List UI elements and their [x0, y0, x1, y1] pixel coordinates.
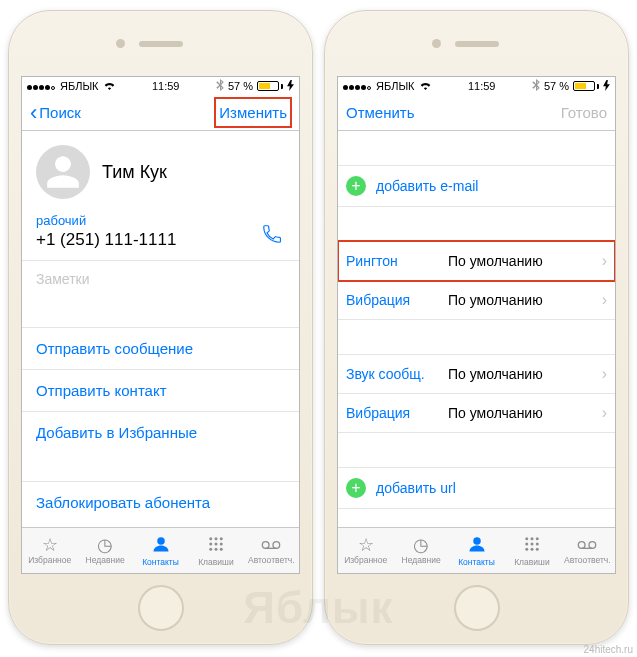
notes-placeholder[interactable]: Заметки: [22, 261, 299, 327]
svg-point-23: [579, 542, 586, 549]
done-button[interactable]: Готово: [561, 104, 607, 121]
edit-button[interactable]: Изменить: [215, 98, 291, 127]
star-icon: ☆: [358, 536, 374, 554]
phone-block[interactable]: рабочий +1 (251) 111-1111: [22, 209, 299, 261]
tab-bar: ☆Избранное ◷Недавние Контакты Клавиши Ав…: [338, 527, 615, 573]
status-bar: ЯБЛЫК 11:59 57 %: [22, 77, 299, 95]
send-message-button[interactable]: Отправить сообщение: [22, 327, 299, 369]
tab-contacts[interactable]: Контакты: [449, 528, 504, 573]
bluetooth-icon: [216, 79, 224, 93]
carrier-label: ЯБЛЫК: [376, 80, 415, 92]
add-email-row[interactable]: + добавить e-mail: [338, 165, 615, 207]
msg-sound-row[interactable]: Звук сообщ. По умолчанию ›: [338, 354, 615, 394]
wifi-icon: [103, 80, 116, 92]
bluetooth-icon: [532, 79, 540, 93]
plus-icon: +: [346, 478, 366, 498]
ringtone-row[interactable]: Рингтон По умолчанию ›: [338, 241, 615, 281]
svg-point-22: [536, 547, 539, 550]
clock-icon: ◷: [97, 536, 113, 554]
chevron-right-icon: ›: [602, 365, 607, 383]
speaker: [139, 41, 183, 47]
avatar: [36, 145, 90, 199]
send-contact-button[interactable]: Отправить контакт: [22, 369, 299, 411]
front-camera: [116, 39, 125, 48]
svg-point-0: [157, 537, 165, 545]
tab-bar: ☆Избранное ◷Недавние Контакты Клавиши Ав…: [22, 527, 299, 573]
svg-point-1: [209, 537, 212, 540]
person-icon: [468, 535, 486, 556]
nav-bar: Отменить Готово: [338, 95, 615, 131]
phone-left: ЯБЛЫК 11:59 57 % ‹: [8, 10, 313, 645]
phone-handset-icon[interactable]: [261, 223, 283, 250]
block-caller-button[interactable]: Заблокировать абонента: [22, 481, 299, 523]
home-button[interactable]: [454, 585, 500, 631]
svg-point-18: [530, 542, 533, 545]
battery-pct: 57 %: [544, 80, 569, 92]
credit: 24hitech.ru: [584, 644, 633, 655]
star-icon: ☆: [42, 536, 58, 554]
tab-recents[interactable]: ◷Недавние: [393, 528, 448, 573]
svg-point-3: [220, 537, 223, 540]
phone-number: +1 (251) 111-1111: [36, 228, 285, 250]
clock: 11:59: [152, 80, 180, 92]
tab-voicemail[interactable]: Автоответч.: [244, 528, 299, 573]
chevron-right-icon: ›: [602, 291, 607, 309]
plus-icon: +: [346, 176, 366, 196]
signal-dots-icon: [27, 80, 56, 92]
svg-point-21: [530, 547, 533, 550]
voicemail-icon: [577, 536, 597, 554]
phone-type-label: рабочий: [36, 213, 285, 228]
keypad-icon: [207, 535, 225, 556]
tab-contacts[interactable]: Контакты: [133, 528, 188, 573]
add-favorite-button[interactable]: Добавить в Избранные: [22, 411, 299, 453]
charging-icon: [287, 80, 294, 93]
contact-header: Тим Кук: [22, 131, 299, 209]
battery-pct: 57 %: [228, 80, 253, 92]
status-bar: ЯБЛЫК 11:59 57 %: [338, 77, 615, 95]
clock: 11:59: [468, 80, 496, 92]
charging-icon: [603, 80, 610, 93]
battery-icon: [573, 81, 599, 91]
svg-point-6: [220, 542, 223, 545]
contact-content: Тим Кук рабочий +1 (251) 111-1111 Заметк…: [22, 131, 299, 527]
svg-point-8: [214, 547, 217, 550]
battery-icon: [257, 81, 283, 91]
contact-name: Тим Кук: [102, 162, 167, 183]
keypad-icon: [523, 535, 541, 556]
svg-point-15: [530, 537, 533, 540]
svg-point-13: [473, 537, 481, 545]
home-button[interactable]: [138, 585, 184, 631]
wifi-icon: [419, 80, 432, 92]
tab-keypad[interactable]: Клавиши: [188, 528, 243, 573]
back-label: Поиск: [39, 104, 81, 121]
tab-favorites[interactable]: ☆Избранное: [338, 528, 393, 573]
screen-left: ЯБЛЫК 11:59 57 % ‹: [21, 76, 300, 574]
svg-point-11: [273, 542, 280, 549]
chevron-right-icon: ›: [602, 404, 607, 422]
clock-icon: ◷: [413, 536, 429, 554]
svg-point-9: [220, 547, 223, 550]
svg-point-14: [525, 537, 528, 540]
svg-point-24: [589, 542, 596, 549]
front-camera: [432, 39, 441, 48]
add-url-row[interactable]: + добавить url: [338, 467, 615, 509]
svg-point-19: [536, 542, 539, 545]
tab-favorites[interactable]: ☆Избранное: [22, 528, 77, 573]
svg-point-17: [525, 542, 528, 545]
svg-point-2: [214, 537, 217, 540]
edit-content: + добавить e-mail Рингтон По умолчанию ›…: [338, 131, 615, 527]
svg-point-20: [525, 547, 528, 550]
person-icon: [152, 535, 170, 556]
carrier-label: ЯБЛЫК: [60, 80, 99, 92]
svg-point-7: [209, 547, 212, 550]
nav-bar: ‹ Поиск Изменить: [22, 95, 299, 131]
speaker: [455, 41, 499, 47]
screen-right: ЯБЛЫК 11:59 57 % Отменить Г: [337, 76, 616, 574]
msg-vibration-row[interactable]: Вибрация По умолчанию ›: [338, 394, 615, 433]
tab-recents[interactable]: ◷Недавние: [77, 528, 132, 573]
vibration-row[interactable]: Вибрация По умолчанию ›: [338, 281, 615, 320]
tab-keypad[interactable]: Клавиши: [504, 528, 559, 573]
cancel-button[interactable]: Отменить: [346, 104, 415, 121]
back-button[interactable]: ‹ Поиск: [30, 104, 81, 121]
tab-voicemail[interactable]: Автоответч.: [560, 528, 615, 573]
